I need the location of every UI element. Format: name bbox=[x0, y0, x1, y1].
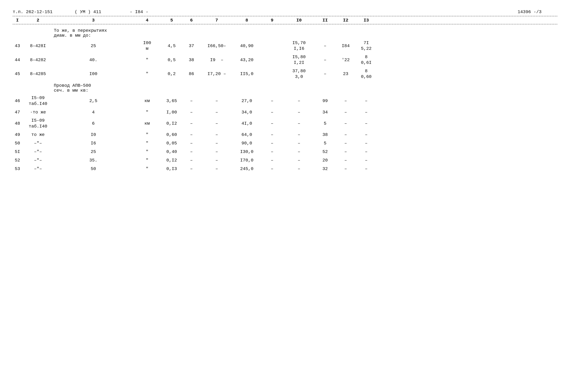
cell-44-c5: 0,5 bbox=[161, 57, 182, 62]
cell-46-c1: 46 bbox=[13, 98, 22, 103]
cell-47-c6: – bbox=[182, 110, 201, 115]
cell-48-c2: I5-09таб.I40 bbox=[22, 118, 54, 129]
cell-52-c1: 52 bbox=[13, 158, 22, 163]
cell-49-c3: I0 bbox=[54, 132, 133, 137]
cell-52-c12: – bbox=[335, 158, 356, 163]
cell-49-c7: – bbox=[201, 132, 233, 137]
cell-52-c2: –"– bbox=[22, 158, 54, 163]
cell-45-c13: 80,60 bbox=[356, 68, 376, 80]
cell-51-c8: I30,0 bbox=[233, 149, 261, 154]
cell-50-c3: I6 bbox=[54, 141, 133, 146]
col-header-1: I bbox=[13, 18, 22, 23]
cell-53-c3: 50 bbox=[54, 166, 133, 171]
cell-53-c7: – bbox=[201, 166, 233, 171]
cell-45-c8: II5,0 bbox=[233, 71, 261, 76]
cell-46-c11: 99 bbox=[315, 98, 335, 103]
table-row: 5I –"– 25 " 0,40 – – I30,0 – – 52 – – bbox=[13, 148, 557, 156]
cell-47-c10: – bbox=[283, 110, 315, 115]
cell-53-c10: – bbox=[283, 166, 315, 171]
cell-52-c9: – bbox=[261, 158, 283, 163]
cell-50-c1: 50 bbox=[13, 141, 22, 146]
cell-46-c7: – bbox=[201, 98, 233, 103]
cell-50-c10: – bbox=[283, 141, 315, 146]
cell-49-c9: – bbox=[261, 132, 283, 137]
s1h-c3: То же, в перекрытиях диам. в мм до: bbox=[54, 28, 133, 38]
cell-48-c8: 4I,0 bbox=[233, 121, 261, 126]
cell-45-c2: 8–4285 bbox=[22, 71, 54, 76]
cell-49-c1: 49 bbox=[13, 132, 22, 137]
cell-47-c1: 47 bbox=[13, 110, 22, 115]
cell-47-c13: – bbox=[356, 110, 376, 115]
cell-43-c4: I00м bbox=[133, 40, 161, 52]
cell-43-c5: 4,5 bbox=[161, 43, 182, 48]
cell-48-c6: – bbox=[182, 121, 201, 126]
cell-43-c10: I5,70I,I6 bbox=[283, 40, 315, 52]
cell-43-c7: I66,50– bbox=[201, 43, 233, 48]
cell-49-c10: – bbox=[283, 132, 315, 137]
cell-52-c13: – bbox=[356, 158, 376, 163]
cell-43-c11: – bbox=[315, 43, 335, 48]
header: т.п. 262-12-151 ( УМ ) 411 - I84 - 14396… bbox=[13, 10, 557, 15]
cell-44-c2: 8–4282 bbox=[22, 57, 54, 62]
cell-43-c2: 8–428I bbox=[22, 43, 54, 48]
table-row: 44 8–4282 40. " 0,5 38 I9 – 43,20 I5,80I… bbox=[13, 53, 557, 67]
cell-48-c12: – bbox=[335, 121, 356, 126]
table-row: 50 –"– I6 " 0,05 – – 90,0 – – 5 – – bbox=[13, 139, 557, 148]
cell-45-c4: " bbox=[133, 71, 161, 76]
cell-50-c5: 0,05 bbox=[161, 141, 182, 146]
table-row: 53 –"– 50 " 0,I3 – – 245,0 – – 32 – – bbox=[13, 165, 557, 173]
header-um: ( УМ ) 411 bbox=[75, 10, 101, 14]
cell-51-c7: – bbox=[201, 149, 233, 154]
cell-50-c2: –"– bbox=[22, 141, 54, 146]
cell-43-c13: 7I5,22 bbox=[356, 40, 376, 52]
cell-51-c6: – bbox=[182, 149, 201, 154]
cell-51-c3: 25 bbox=[54, 149, 133, 154]
cell-45-c1: 45 bbox=[13, 71, 22, 76]
col-header-11: II bbox=[315, 18, 335, 23]
cell-53-c1: 53 bbox=[13, 166, 22, 171]
cell-45-c3: I00 bbox=[54, 71, 133, 76]
cell-50-c12: – bbox=[335, 141, 356, 146]
cell-50-c6: – bbox=[182, 141, 201, 146]
col-header-6: 6 bbox=[182, 18, 201, 23]
cell-44-c6: 38 bbox=[182, 57, 201, 62]
cell-49-c11: 38 bbox=[315, 132, 335, 137]
cell-49-c2: то же bbox=[22, 132, 54, 137]
header-minus184: - I84 - bbox=[130, 10, 148, 14]
cell-52-c3: 35. bbox=[54, 158, 133, 163]
cell-48-c7: – bbox=[201, 121, 233, 126]
cell-43-c6: 37 bbox=[182, 43, 201, 48]
col-header-4: 4 bbox=[133, 18, 161, 23]
top-divider bbox=[13, 16, 557, 16]
col-header-13: I3 bbox=[356, 18, 376, 23]
cell-44-c12: '22 bbox=[335, 57, 356, 62]
cell-49-c4: " bbox=[133, 132, 161, 137]
cell-48-c11: 5 bbox=[315, 121, 335, 126]
cell-51-c1: 5I bbox=[13, 149, 22, 154]
table-row: 47 ·то же 4 " I,00 – – 34,0 – – 34 – – bbox=[13, 108, 557, 116]
cell-47-c12: – bbox=[335, 110, 356, 115]
cell-49-c6: – bbox=[182, 132, 201, 137]
cell-45-c5: 0,2 bbox=[161, 71, 182, 76]
cell-45-c11: – bbox=[315, 71, 335, 76]
cell-52-c8: I70,0 bbox=[233, 158, 261, 163]
cell-48-c5: 0,I2 bbox=[161, 121, 182, 126]
cell-52-c4: " bbox=[133, 158, 161, 163]
header-tp: т.п. 262-12-151 bbox=[13, 10, 53, 14]
cell-51-c13: – bbox=[356, 149, 376, 154]
cell-53-c2: –"– bbox=[22, 166, 54, 171]
cell-48-c3: 6 bbox=[54, 121, 133, 126]
cell-50-c4: " bbox=[133, 141, 161, 146]
cell-44-c10: I5,80I,2I bbox=[283, 54, 315, 66]
table-row: 52 –"– 35. " 0,I2 – – I70,0 – – 20 – – bbox=[13, 156, 557, 165]
column-headers: I 2 3 4 5 6 7 8 9 I0 II I2 I3 bbox=[13, 17, 557, 24]
cell-43-c3: 25 bbox=[54, 43, 133, 48]
cell-45-c10: 37,803,0 bbox=[283, 68, 315, 80]
cell-49-c8: 64,0 bbox=[233, 132, 261, 137]
s2h-c3: Провод АПВ–500 сеч. в мм кв: bbox=[54, 83, 133, 93]
cell-48-c9: – bbox=[261, 121, 283, 126]
cell-48-c10: – bbox=[283, 121, 315, 126]
cell-45-c6: 86 bbox=[182, 71, 201, 76]
cell-46-c8: 27,0 bbox=[233, 98, 261, 103]
cell-46-c3: 2,5 bbox=[54, 98, 133, 103]
